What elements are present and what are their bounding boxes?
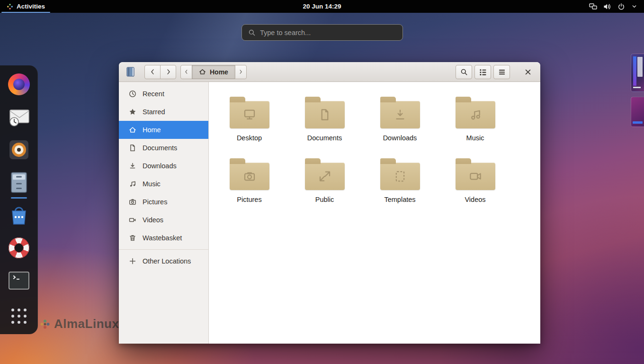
sidebar-item-wastebasket[interactable]: Wastebasket bbox=[119, 229, 208, 247]
sidebar-item-label: Recent bbox=[143, 90, 164, 98]
dock-item-evolution[interactable] bbox=[7, 105, 31, 129]
folder-label: Music bbox=[466, 134, 484, 142]
folder-desktop[interactable]: Desktop bbox=[212, 95, 287, 142]
search-button[interactable] bbox=[456, 65, 472, 79]
files-window: Home bbox=[119, 62, 540, 344]
sidebar-item-label: Home bbox=[143, 126, 161, 134]
folder-grid: Desktop Documents Down bbox=[209, 82, 540, 203]
rhythmbox-icon bbox=[8, 139, 30, 161]
files-headerbar: Home bbox=[119, 62, 540, 82]
system-status-area[interactable] bbox=[584, 0, 642, 13]
view-list-button[interactable] bbox=[474, 65, 491, 79]
hamburger-menu-icon bbox=[498, 68, 506, 76]
videos-icon bbox=[129, 216, 136, 224]
workspace-thumbnail-2[interactable] bbox=[631, 97, 644, 127]
wastebasket-icon bbox=[129, 234, 136, 242]
power-icon bbox=[617, 3, 625, 10]
chevron-left-icon bbox=[183, 69, 189, 75]
folder-documents[interactable]: Documents bbox=[287, 95, 362, 142]
sidebar-item-music[interactable]: Music bbox=[119, 175, 208, 193]
videos-emblem-icon bbox=[468, 169, 483, 183]
search-icon bbox=[460, 68, 468, 76]
file-list-area: Desktop Documents Down bbox=[209, 82, 540, 344]
terminal-icon bbox=[9, 272, 29, 290]
dock-item-terminal[interactable] bbox=[7, 268, 31, 293]
back-button[interactable] bbox=[144, 65, 161, 79]
files-icon bbox=[9, 171, 29, 194]
folder-icon bbox=[456, 101, 495, 128]
show-applications-button[interactable] bbox=[7, 304, 31, 328]
dash-dock bbox=[0, 65, 38, 334]
path-scroll-right-button[interactable] bbox=[235, 65, 247, 79]
firefox-icon bbox=[8, 73, 30, 95]
dock-item-firefox[interactable] bbox=[7, 72, 31, 97]
sidebar-item-label: Documents bbox=[143, 144, 177, 152]
volume-icon bbox=[603, 3, 611, 10]
evolution-icon bbox=[8, 106, 30, 128]
home-icon bbox=[199, 68, 206, 75]
pictures-emblem-icon bbox=[242, 169, 257, 183]
sidebar-item-label: Pictures bbox=[143, 198, 167, 206]
templates-emblem-icon bbox=[393, 169, 407, 183]
forward-button[interactable] bbox=[160, 65, 176, 79]
dock-item-software[interactable] bbox=[7, 203, 31, 228]
sidebar-item-label: Starred bbox=[143, 108, 165, 116]
folder-icon bbox=[230, 163, 269, 190]
folder-videos[interactable]: Videos bbox=[438, 157, 513, 203]
home-icon bbox=[129, 126, 136, 134]
header-actions bbox=[456, 65, 534, 79]
folder-downloads[interactable]: Downloads bbox=[362, 95, 438, 142]
list-view-icon bbox=[479, 68, 487, 76]
chevron-down-icon bbox=[631, 3, 637, 9]
folder-templates[interactable]: Templates bbox=[362, 157, 438, 203]
folder-icon bbox=[380, 163, 420, 190]
folder-label: Documents bbox=[307, 134, 342, 142]
activities-label: Activities bbox=[17, 3, 45, 10]
downloads-icon bbox=[129, 162, 136, 170]
almalinux-logo-icon bbox=[40, 319, 50, 329]
sidebar-item-label: Videos bbox=[143, 216, 163, 224]
menu-button[interactable] bbox=[493, 65, 510, 79]
top-bar: Activities 20 Jun 14:29 bbox=[0, 0, 644, 13]
folder-icon bbox=[305, 101, 345, 128]
folder-icon bbox=[230, 101, 269, 128]
folder-pictures[interactable]: Pictures bbox=[212, 157, 287, 203]
dock-item-rhythmbox[interactable] bbox=[7, 137, 31, 162]
dock-item-files[interactable] bbox=[7, 170, 31, 195]
places-sidebar: Recent Starred Home Documents bbox=[119, 82, 209, 344]
path-scroll-left-button[interactable] bbox=[180, 65, 192, 79]
sidebar-item-other-locations[interactable]: Other Locations bbox=[119, 252, 208, 270]
help-icon bbox=[5, 234, 32, 261]
folder-label: Public bbox=[315, 196, 334, 203]
overview-search-bar bbox=[242, 24, 403, 41]
sidebar-item-starred[interactable]: Starred bbox=[119, 103, 208, 121]
sidebar-item-recent[interactable]: Recent bbox=[119, 85, 208, 103]
folder-label: Downloads bbox=[383, 134, 417, 142]
folder-music[interactable]: Music bbox=[438, 95, 513, 142]
documents-emblem-icon bbox=[318, 108, 332, 122]
dock-item-help[interactable] bbox=[7, 236, 31, 260]
sidebar-item-home[interactable]: Home bbox=[119, 121, 208, 139]
sidebar-item-label: Music bbox=[143, 180, 161, 188]
plus-icon bbox=[129, 257, 136, 265]
folder-icon bbox=[380, 101, 420, 128]
sidebar-item-videos[interactable]: Videos bbox=[119, 211, 208, 229]
sidebar-item-label: Wastebasket bbox=[143, 234, 182, 242]
software-icon bbox=[9, 204, 29, 226]
sidebar-item-pictures[interactable]: Pictures bbox=[119, 193, 208, 211]
clock[interactable]: 20 Jun 14:29 bbox=[303, 0, 341, 13]
path-home-button[interactable]: Home bbox=[192, 65, 235, 79]
files-app-icon bbox=[126, 67, 135, 77]
sidebar-item-downloads[interactable]: Downloads bbox=[119, 157, 208, 175]
folder-icon bbox=[305, 163, 345, 190]
workspace-thumbnail-1[interactable] bbox=[631, 54, 644, 92]
activities-button[interactable]: Activities bbox=[0, 0, 52, 13]
overview-search-input[interactable] bbox=[260, 29, 396, 36]
sidebar-item-documents[interactable]: Documents bbox=[119, 139, 208, 157]
chevron-left-icon bbox=[149, 68, 157, 76]
history-nav-group bbox=[144, 65, 176, 79]
sidebar-item-label: Other Locations bbox=[143, 257, 191, 265]
folder-public[interactable]: Public bbox=[287, 157, 362, 203]
close-button[interactable] bbox=[522, 66, 534, 78]
folder-label: Pictures bbox=[237, 196, 261, 203]
